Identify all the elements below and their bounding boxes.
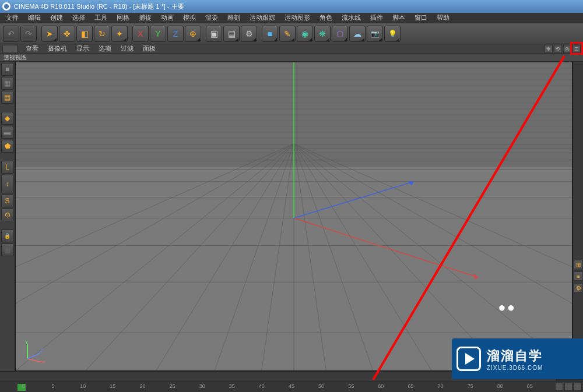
polygon-mode[interactable]: ⬟ bbox=[1, 140, 14, 153]
x-axis-lock[interactable]: X bbox=[132, 26, 149, 42]
svg-text:Y: Y bbox=[25, 340, 28, 344]
viewport-nav-2[interactable]: ◎ bbox=[563, 45, 571, 53]
add-generator-button[interactable]: ◉ bbox=[297, 26, 313, 42]
add-camera-button[interactable]: 📷 bbox=[367, 26, 383, 42]
menu-2[interactable]: 创建 bbox=[45, 13, 68, 22]
menu-14[interactable]: 流水线 bbox=[337, 13, 366, 22]
tick-45: 45 bbox=[289, 383, 294, 389]
watermark-title: 溜溜自学 bbox=[487, 347, 543, 365]
viewport-menu-3[interactable]: 选项 bbox=[94, 44, 116, 53]
svg-text:X: X bbox=[43, 360, 45, 363]
viewport-menu-2[interactable]: 显示 bbox=[72, 44, 94, 53]
right-icon-3[interactable]: ⚙ bbox=[574, 283, 583, 292]
workplane[interactable]: ▦ bbox=[1, 243, 14, 256]
tick-50: 50 bbox=[318, 383, 324, 389]
viewport-tab: 透视视图 bbox=[0, 54, 583, 62]
y-axis-lock[interactable]: Y bbox=[150, 26, 166, 42]
right-icon-2[interactable]: ≡ bbox=[574, 271, 583, 281]
watermark: 溜溜自学 ZIXUE.3D66.COM bbox=[452, 338, 583, 379]
viewport-menu-1[interactable]: 摄像机 bbox=[43, 44, 72, 53]
z-axis-lock[interactable]: Z bbox=[167, 26, 184, 42]
tick-65: 65 bbox=[408, 383, 413, 389]
magnet-toggle[interactable]: ⊙ bbox=[1, 209, 14, 221]
move-tool[interactable]: ✥ bbox=[59, 26, 75, 42]
live-select-tool[interactable]: ➤ bbox=[41, 26, 58, 42]
edge-mode[interactable]: ▬ bbox=[1, 126, 14, 139]
tick-60: 60 bbox=[378, 383, 384, 389]
scale-tool[interactable]: ◧ bbox=[76, 26, 93, 42]
viewport-menu-5[interactable]: 面板 bbox=[138, 44, 160, 53]
menu-7[interactable]: 动画 bbox=[156, 13, 178, 22]
workplane-lock[interactable]: 🔒 bbox=[1, 229, 14, 242]
menu-0[interactable]: 文件 bbox=[1, 13, 23, 22]
left-toolbar: ■ ▦ ▤ ◆ ▬ ⬟ L ↕ S ⊙ 🔒 ▦ bbox=[0, 62, 15, 371]
render-pv-button[interactable]: ▤ bbox=[223, 26, 240, 42]
uv-mode[interactable]: ▤ bbox=[1, 91, 14, 104]
svg-text:Z: Z bbox=[40, 348, 43, 352]
viewport-menu-4[interactable]: 过滤 bbox=[116, 44, 138, 53]
viewport-menubar: 查看摄像机显示选项过滤面板 ✥⟲◎⊡ bbox=[0, 44, 583, 54]
rotate-tool[interactable]: ↻ bbox=[94, 26, 110, 42]
point-mode[interactable]: ◆ bbox=[1, 112, 14, 125]
svg-line-49 bbox=[27, 353, 40, 359]
render-view-button[interactable]: ▣ bbox=[206, 26, 222, 42]
menu-16[interactable]: 脚本 bbox=[388, 13, 410, 22]
menu-bar: 文件编辑创建选择工具网格捕捉动画模拟渲染雕刻运动跟踪运动图形角色流水线插件脚本窗… bbox=[0, 13, 583, 23]
tick-55: 55 bbox=[348, 383, 354, 389]
add-light-button[interactable]: 💡 bbox=[384, 26, 401, 42]
timeline-btn-2[interactable] bbox=[564, 383, 573, 391]
menu-9[interactable]: 渲染 bbox=[201, 13, 223, 22]
tick-15: 15 bbox=[110, 383, 115, 389]
snap-toggle[interactable]: S bbox=[1, 195, 14, 207]
viewport-nav-3[interactable]: ⊡ bbox=[573, 45, 581, 53]
svg-line-48 bbox=[27, 359, 43, 362]
main-toolbar: ↶ ↷ ➤ ✥ ◧ ↻ ✦ X Y Z ⊕ ▣ ▤ ⚙ ■ ✎ ◉ ❋ ⬡ ☁ … bbox=[0, 23, 583, 44]
svg-point-0 bbox=[4, 4, 9, 9]
render-settings-button[interactable]: ⚙ bbox=[241, 26, 257, 42]
menu-6[interactable]: 捕捉 bbox=[134, 13, 156, 22]
menu-15[interactable]: 插件 bbox=[366, 13, 388, 22]
menu-13[interactable]: 角色 bbox=[315, 13, 337, 22]
tick-20: 20 bbox=[139, 383, 145, 389]
menu-18[interactable]: 帮助 bbox=[432, 13, 454, 22]
axis-tool[interactable]: ↕ bbox=[1, 175, 14, 193]
viewport-icon[interactable] bbox=[2, 45, 17, 53]
add-cube-button[interactable]: ■ bbox=[262, 26, 278, 42]
timeline-btn-3[interactable] bbox=[574, 383, 582, 391]
app-icon bbox=[2, 2, 10, 10]
add-environment-button[interactable]: ☁ bbox=[349, 26, 366, 42]
right-icon-1[interactable]: ⊞ bbox=[574, 260, 583, 269]
axis-gizmo: Y X Z bbox=[23, 340, 46, 363]
menu-11[interactable]: 运动跟踪 bbox=[245, 13, 280, 22]
model-mode[interactable]: ■ bbox=[1, 63, 14, 76]
viewport-menu-0[interactable]: 查看 bbox=[21, 44, 43, 53]
recent-tool[interactable]: ✦ bbox=[111, 26, 128, 42]
coord-system[interactable]: ⊕ bbox=[185, 26, 201, 42]
add-mograph-button[interactable]: ❋ bbox=[314, 26, 331, 42]
menu-10[interactable]: 雕刻 bbox=[223, 13, 245, 22]
menu-1[interactable]: 编辑 bbox=[23, 13, 45, 22]
tick-5: 5 bbox=[52, 383, 55, 389]
menu-5[interactable]: 网格 bbox=[112, 13, 134, 22]
menu-3[interactable]: 选择 bbox=[68, 13, 90, 22]
right-panel: ⊞ ≡ ⚙ bbox=[573, 62, 583, 371]
texture-mode[interactable]: ▦ bbox=[1, 77, 14, 90]
menu-17[interactable]: 窗口 bbox=[410, 13, 432, 22]
menu-8[interactable]: 模拟 bbox=[178, 13, 201, 22]
viewport-grid bbox=[16, 62, 572, 370]
axis-lock[interactable]: L bbox=[1, 161, 14, 174]
undo-button[interactable]: ↶ bbox=[3, 26, 19, 42]
viewport-3d[interactable]: Y X Z ● ● bbox=[15, 62, 573, 371]
redo-button[interactable]: ↷ bbox=[20, 26, 37, 42]
menu-4[interactable]: 工具 bbox=[90, 13, 112, 22]
timeline[interactable]: 051015202530354045505560657075808590 bbox=[0, 382, 583, 392]
add-deformer-button[interactable]: ⬡ bbox=[332, 26, 348, 42]
viewport-nav-0[interactable]: ✥ bbox=[545, 45, 553, 53]
viewport-nav-1[interactable]: ⟲ bbox=[554, 45, 562, 53]
timeline-btn-1[interactable] bbox=[555, 383, 563, 391]
window-title: CINEMA 4D R18.011 Studio (RC - R18) - [未… bbox=[14, 2, 184, 11]
tick-85: 85 bbox=[527, 383, 533, 389]
add-spline-button[interactable]: ✎ bbox=[279, 26, 296, 42]
menu-12[interactable]: 运动图形 bbox=[280, 13, 315, 22]
title-bar: CINEMA 4D R18.011 Studio (RC - R18) - [未… bbox=[0, 0, 583, 13]
